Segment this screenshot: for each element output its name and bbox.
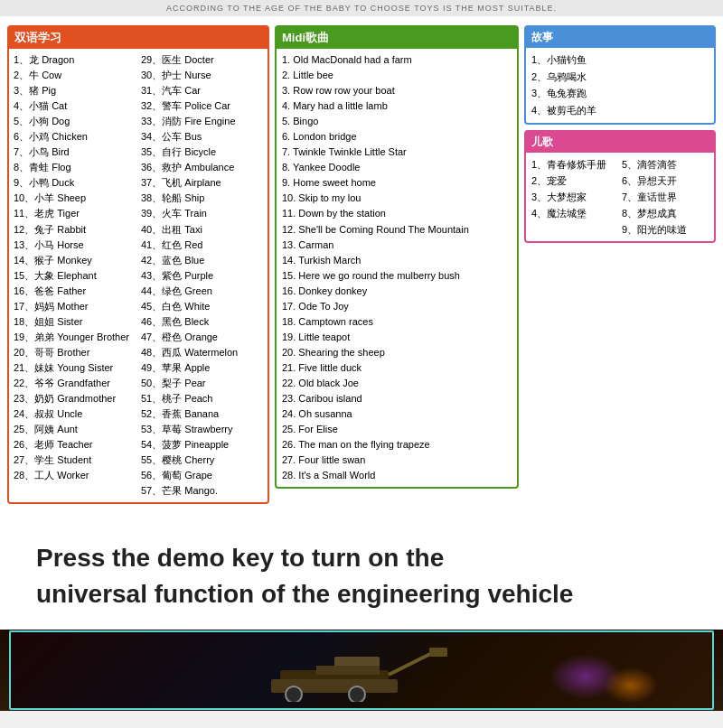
kids-item: 4、魔法城堡 <box>531 205 618 221</box>
vocab-item: 49、苹果 Apple <box>141 360 263 376</box>
right-panels: 故事 1、小猫钓鱼2、乌鸦喝水3、龟兔赛跑4、被剪毛的羊 儿歌 1、青春修炼手册… <box>524 25 716 243</box>
story-item: 1、小猫钓鱼 <box>531 51 709 69</box>
vocab-col-1: 1、龙 Dragon2、牛 Cow3、猪 Pig4、小猫 Cat5、小狗 Dog… <box>11 52 138 499</box>
vocab-item: 6、小鸡 Chicken <box>14 129 136 145</box>
midi-panel: Midi歌曲 1. Old MacDonald had a farm2. Lit… <box>275 25 519 489</box>
vehicle-svg <box>262 639 461 702</box>
vocab-item: 16、爸爸 Father <box>14 284 136 299</box>
midi-song-item: 2. Little bee <box>282 68 512 83</box>
kids-item: 1、青春修炼手册 <box>531 156 618 173</box>
vehicle-scene <box>9 630 714 710</box>
vocab-item: 41、红色 Red <box>141 238 263 253</box>
vocab-item: 25、阿姨 Aunt <box>14 422 136 437</box>
vocab-item: 26、老师 Teacher <box>14 437 136 453</box>
kids-item: 6、异想天开 <box>622 173 709 189</box>
midi-song-item: 3. Row row row your boat <box>282 83 512 98</box>
vocab-item: 2、牛 Cow <box>14 68 136 83</box>
vocab-item: 3、猪 Pig <box>14 83 136 98</box>
kids-item: 2、宠爱 <box>531 173 618 189</box>
vocab-item: 52、香蕉 Banana <box>141 406 263 422</box>
midi-song-item: 25. For Elise <box>282 422 512 437</box>
vocab-item: 39、火车 Train <box>141 206 263 221</box>
top-bar-text: ACCORDING TO THE AGE OF THE BABY TO CHOO… <box>166 4 557 13</box>
vocab-col-2: 29、医生 Docter30、护士 Nurse31、汽车 Car32、警车 Po… <box>138 52 266 499</box>
kids-col-1: 1、青春修炼手册2、宠爱3、大梦想家4、魔法城堡 <box>531 156 618 238</box>
midi-song-item: 9. Home sweet home <box>282 175 512 191</box>
vocab-body: 1、龙 Dragon2、牛 Cow3、猪 Pig4、小猫 Cat5、小狗 Dog… <box>9 49 268 502</box>
midi-song-item: 14. Turkish March <box>282 253 512 268</box>
kids-panel: 儿歌 1、青春修炼手册2、宠爱3、大梦想家4、魔法城堡 5、滴答滴答6、异想天开… <box>524 130 716 244</box>
kids-body: 1、青春修炼手册2、宠爱3、大梦想家4、魔法城堡 5、滴答滴答6、异想天开7、童… <box>526 153 714 242</box>
vocab-item: 23、奶奶 Grandmother <box>14 391 136 406</box>
vocab-item: 45、白色 White <box>141 299 263 314</box>
vocab-item: 14、猴子 Monkey <box>14 253 136 268</box>
vocab-item: 5、小狗 Dog <box>14 114 136 129</box>
vocab-item: 43、紫色 Purple <box>141 268 263 284</box>
midi-song-item: 11. Down by the station <box>282 206 512 221</box>
vocab-item: 42、蓝色 Blue <box>141 253 263 268</box>
vocab-item: 24、叔叔 Uncle <box>14 406 136 422</box>
midi-header: Midi歌曲 <box>277 27 517 49</box>
demo-line1: Press the demo key to turn on the <box>36 540 687 575</box>
vocab-item: 7、小鸟 Bird <box>14 145 136 160</box>
vocab-item: 8、青蛙 Flog <box>14 160 136 175</box>
vocab-item: 40、出租 Taxi <box>141 222 263 238</box>
midi-song-item: 13. Carman <box>282 238 512 253</box>
midi-song-item: 6. London bridge <box>282 129 512 145</box>
midi-song-item: 1. Old MacDonald had a farm <box>282 52 512 68</box>
story-body: 1、小猫钓鱼2、乌鸦喝水3、龟兔赛跑4、被剪毛的羊 <box>526 48 714 123</box>
kids-col-2: 5、滴答滴答6、异想天开7、童话世界8、梦想成真9、阳光的味道 <box>622 156 709 238</box>
vocab-item: 38、轮船 Ship <box>141 191 263 206</box>
midi-song-item: 7. Twinkle Twinkle Little Star <box>282 145 512 160</box>
svg-point-2 <box>286 686 302 702</box>
demo-text: Press the demo key to turn on the univer… <box>36 540 687 611</box>
midi-song-item: 27. Four little swan <box>282 453 512 468</box>
vocab-item: 51、桃子 Peach <box>141 391 263 406</box>
vocab-item: 19、弟弟 Younger Brother <box>14 330 136 345</box>
kids-item: 3、大梦想家 <box>531 189 618 205</box>
vocab-item: 54、菠萝 Pineapple <box>141 437 263 453</box>
midi-song-item: 8. Yankee Doodle <box>282 160 512 175</box>
vocab-item: 55、樱桃 Cherry <box>141 453 263 468</box>
midi-song-item: 4. Mary had a little lamb <box>282 98 512 114</box>
midi-song-item: 10. Skip to my lou <box>282 191 512 206</box>
kids-item: 5、滴答滴答 <box>622 156 709 173</box>
midi-song-item: 12. She'll be Coming Round The Mountain <box>282 222 512 238</box>
story-item: 2、乌鸦喝水 <box>531 69 709 86</box>
vocab-item: 17、妈妈 Mother <box>14 299 136 314</box>
midi-song-item: 23. Caribou island <box>282 391 512 406</box>
vocab-item: 12、兔子 Rabbit <box>14 222 136 238</box>
vocab-item: 36、救护 Ambulance <box>141 160 263 175</box>
vocab-item: 1、龙 Dragon <box>14 52 136 68</box>
midi-song-item: 26. The man on the flying trapeze <box>282 437 512 453</box>
top-bar: ACCORDING TO THE AGE OF THE BABY TO CHOO… <box>0 0 723 16</box>
story-item: 4、被剪毛的羊 <box>531 102 709 119</box>
midi-song-item: 24. Oh susanna <box>282 406 512 422</box>
vocab-item: 57、芒果 Mango. <box>141 483 263 499</box>
vocab-header: 双语学习 <box>9 27 268 49</box>
midi-song-item: 20. Shearing the sheep <box>282 345 512 360</box>
vocab-panel: 双语学习 1、龙 Dragon2、牛 Cow3、猪 Pig4、小猫 Cat5、小… <box>7 25 269 504</box>
story-header: 故事 <box>526 27 714 48</box>
svg-rect-5 <box>316 666 380 675</box>
vocab-item: 44、绿色 Green <box>141 284 263 299</box>
vocab-item: 46、黑色 Bleck <box>141 314 263 330</box>
vocab-item: 27、学生 Student <box>14 453 136 468</box>
vocab-item: 32、警车 Police Car <box>141 98 263 114</box>
kids-item: 9、阳光的味道 <box>622 221 709 238</box>
midi-body: 1. Old MacDonald had a farm2. Little bee… <box>277 49 517 487</box>
midi-song-item: 19. Little teapot <box>282 330 512 345</box>
vocab-item: 18、姐姐 Sister <box>14 314 136 330</box>
vocab-item: 15、大象 Elephant <box>14 268 136 284</box>
vocab-item: 9、小鸭 Duck <box>14 175 136 191</box>
svg-point-3 <box>349 686 365 702</box>
midi-song-item: 21. Five little duck <box>282 360 512 376</box>
vocab-item: 35、自行 Bicycle <box>141 145 263 160</box>
demo-section: Press the demo key to turn on the univer… <box>0 513 723 629</box>
midi-song-item: 28. It's a Small World <box>282 468 512 483</box>
demo-line2: universal function of the engineering ve… <box>36 576 687 611</box>
midi-song-item: 15. Here we go round the mulberry bush <box>282 268 512 284</box>
vocab-item: 53、草莓 Strawberry <box>141 422 263 437</box>
bottom-image <box>0 630 723 711</box>
svg-line-6 <box>389 652 434 675</box>
